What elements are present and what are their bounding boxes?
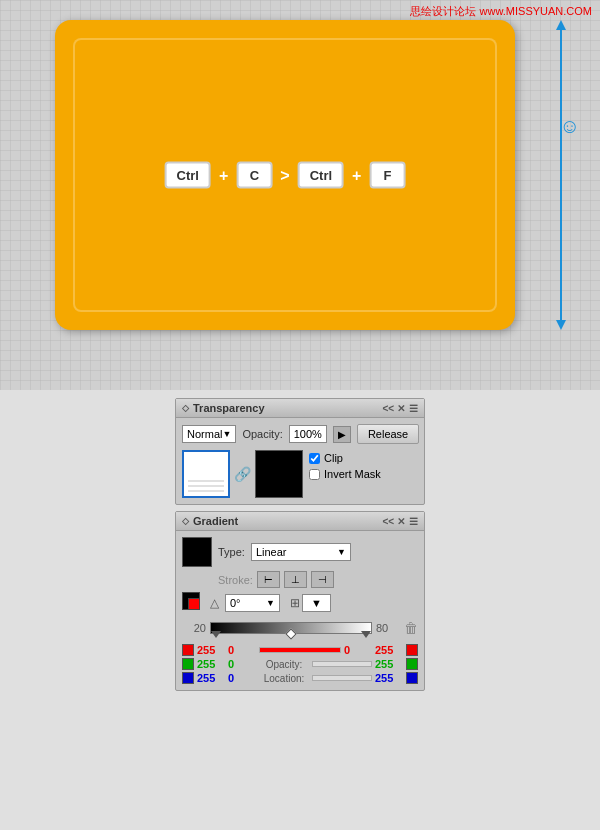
panel-arrows[interactable]: << ✕: [383, 403, 405, 414]
blend-mode-arrow: ▼: [222, 429, 231, 439]
keyboard-shortcut-row: Ctrl + C > Ctrl + F: [165, 162, 406, 189]
g-val-left-2: 0: [228, 658, 256, 670]
stroke-btn-2[interactable]: ⊥: [284, 571, 307, 588]
grad-val-right: 80: [376, 622, 400, 634]
grad-stop-right[interactable]: [361, 631, 371, 638]
gradient-panel-arrows[interactable]: << ✕: [383, 516, 405, 527]
gradient-panel-header: ◇ Gradient << ✕ ☰: [176, 512, 424, 531]
key-c: C: [236, 162, 272, 189]
transparency-expand-icon[interactable]: ◇: [182, 403, 189, 413]
panels-area: ◇ Transparency << ✕ ☰ Normal ▼ Opacity: …: [0, 390, 600, 830]
transparency-title: Transparency: [193, 402, 265, 414]
clip-checkbox-row: Clip: [309, 452, 381, 464]
type-select[interactable]: Linear ▼: [251, 543, 351, 561]
gradient-title: Gradient: [193, 515, 238, 527]
gradient-panel: ◇ Gradient << ✕ ☰ Type: Linear ▼ Stroke:: [175, 511, 425, 691]
invert-checkbox-row: Invert Mask: [309, 468, 381, 480]
color-row-opacity: 255 0 Opacity: 255: [182, 658, 418, 670]
opacity-label-mid: Opacity:: [259, 659, 309, 670]
aspect-dropdown[interactable]: ▼: [302, 594, 331, 612]
transparency-row1: Normal ▼ Opacity: 100% ▶ Release: [182, 424, 418, 444]
stroke-label: Stroke:: [218, 574, 253, 586]
color-stop-right-r[interactable]: [406, 644, 418, 656]
b-color-bar[interactable]: [312, 675, 372, 681]
r-val-left-2: 0: [228, 644, 256, 656]
g-color-bar[interactable]: [312, 661, 372, 667]
delete-stop-icon[interactable]: 🗑: [404, 620, 418, 636]
link-icon[interactable]: 🔗: [232, 466, 253, 482]
key-f: F: [369, 162, 405, 189]
blend-mode-select[interactable]: Normal ▼: [182, 425, 236, 443]
arrow-down-icon: [556, 320, 566, 330]
r-val-right-2: 255: [375, 644, 403, 656]
thumb-line-1: [188, 480, 224, 482]
transparency-panel-header: ◇ Transparency << ✕ ☰: [176, 399, 424, 418]
angle-row: △ 0° ▼ ⊞ ▼: [182, 592, 418, 614]
r-color-bar[interactable]: [259, 647, 341, 653]
b-val-left: 255: [197, 672, 225, 684]
color-swatch-container: [182, 592, 204, 614]
g-val-left: 255: [197, 658, 225, 670]
stroke-btn-3[interactable]: ⊣: [311, 571, 334, 588]
r-val-left: 255: [197, 644, 225, 656]
aspect-icon[interactable]: ⊞: [290, 596, 300, 610]
plus-1: +: [219, 166, 228, 184]
type-label: Type:: [218, 546, 245, 558]
key-ctrl-1: Ctrl: [165, 162, 211, 189]
smiley-icon: ☺: [560, 115, 580, 138]
color-stop-right-b[interactable]: [406, 672, 418, 684]
mask-options: Clip Invert Mask: [309, 450, 381, 480]
opacity-label: Opacity:: [242, 428, 282, 440]
gradient-bar-container[interactable]: [210, 618, 372, 638]
gradient-bar: [210, 622, 372, 634]
opacity-value[interactable]: 100%: [289, 425, 327, 443]
clip-label: Clip: [324, 452, 343, 464]
gradient-body: Type: Linear ▼ Stroke: ⊢ ⊥ ⊣ △: [176, 531, 424, 690]
grad-val-left: 20: [182, 622, 206, 634]
arrow-symbol: >: [280, 166, 289, 184]
color-stop-left-b[interactable]: [182, 672, 194, 684]
key-ctrl-2: Ctrl: [298, 162, 344, 189]
mask-thumb-white[interactable]: [182, 450, 230, 498]
orange-card: Ctrl + C > Ctrl + F: [55, 20, 515, 330]
g-val-right: 255: [375, 658, 403, 670]
transparency-body: Normal ▼ Opacity: 100% ▶ Release: [176, 418, 424, 504]
opacity-arrow-btn[interactable]: ▶: [333, 426, 351, 443]
gradient-header-right: << ✕ ☰: [383, 516, 418, 527]
release-button[interactable]: Release: [357, 424, 419, 444]
watermark: 思绘设计论坛 www.MISSYUAN.COM: [410, 4, 592, 19]
stroke-btn-1[interactable]: ⊢: [257, 571, 280, 588]
invert-label: Invert Mask: [324, 468, 381, 480]
gradient-expand-icon[interactable]: ◇: [182, 516, 189, 526]
dimension-line: [560, 30, 562, 320]
transparency-header-right: << ✕ ☰: [383, 403, 418, 414]
canvas-area: 思绘设计论坛 www.MISSYUAN.COM Ctrl + C > Ctrl …: [0, 0, 600, 390]
aspect-controls: ⊞ ▼: [290, 594, 331, 612]
mask-thumb-black[interactable]: [255, 450, 303, 498]
color-stop-right-g[interactable]: [406, 658, 418, 670]
clip-checkbox[interactable]: [309, 453, 320, 464]
b-val-left-2: 0: [228, 672, 256, 684]
orange-inner: Ctrl + C > Ctrl + F: [73, 38, 497, 312]
grad-stop-left[interactable]: [211, 631, 221, 638]
color-stop-left-r[interactable]: [182, 644, 194, 656]
dimension-arrow: [552, 20, 570, 330]
location-label-mid: Location:: [259, 673, 309, 684]
color-stop-left-g[interactable]: [182, 658, 194, 670]
b-val-right: 255: [375, 672, 403, 684]
invert-checkbox[interactable]: [309, 469, 320, 480]
gradient-menu-icon[interactable]: ☰: [409, 516, 418, 527]
gradient-preview[interactable]: [182, 537, 212, 567]
type-select-arrow: ▼: [337, 547, 346, 557]
grad-stop-mid[interactable]: [285, 628, 296, 639]
color-row-r: 255 0 0 255: [182, 644, 418, 656]
panel-menu-icon[interactable]: ☰: [409, 403, 418, 414]
arrow-up-icon: [556, 20, 566, 30]
angle-select[interactable]: 0° ▼: [225, 594, 280, 612]
transparency-panel: ◇ Transparency << ✕ ☰ Normal ▼ Opacity: …: [175, 398, 425, 505]
plus-2: +: [352, 166, 361, 184]
mask-thumbnails: 🔗: [182, 450, 303, 498]
color-swatch-red[interactable]: [188, 598, 200, 610]
thumb-line-2: [188, 485, 224, 487]
transparency-row2: 🔗 Clip Invert Mask: [182, 450, 418, 498]
